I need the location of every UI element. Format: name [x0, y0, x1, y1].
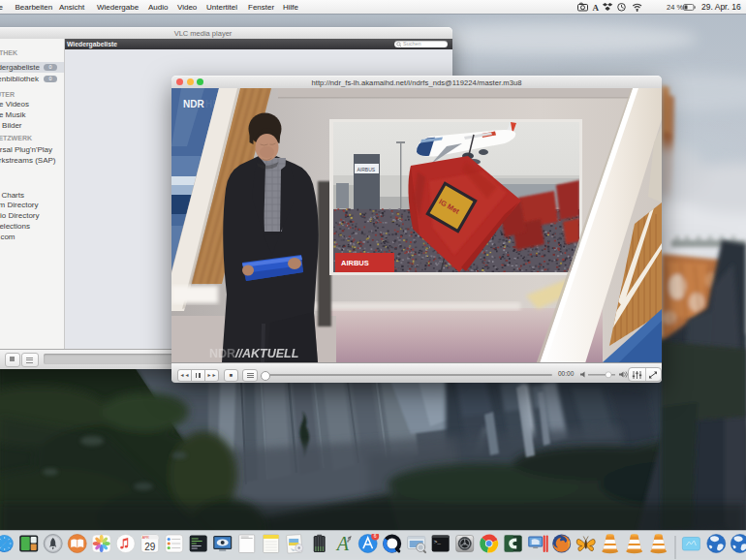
svg-text:AIRBUS: AIRBUS — [357, 167, 376, 172]
svg-text:NDR: NDR — [209, 347, 235, 360]
svg-text:A: A — [335, 534, 350, 554]
svg-text:NDR: NDR — [183, 99, 204, 109]
svg-text:>_: >_ — [434, 539, 442, 545]
svg-text://AKTUELL: //AKTUELL — [234, 347, 298, 360]
svg-text:6: 6 — [374, 534, 377, 539]
svg-text:29: 29 — [144, 542, 156, 552]
svg-text:A: A — [593, 3, 600, 13]
svg-text:AIRBUS: AIRBUS — [341, 259, 369, 267]
svg-text:APR: APR — [142, 536, 150, 540]
